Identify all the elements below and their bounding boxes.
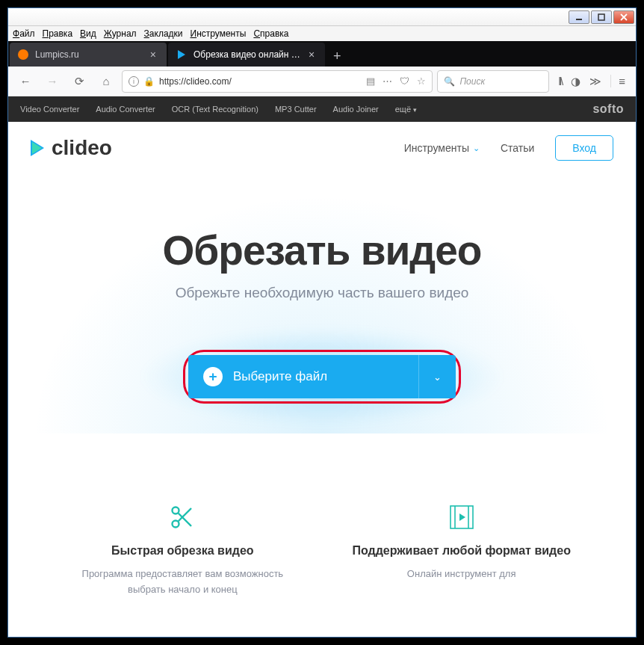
tracking-protection-icon[interactable]: 🛡 [400,75,409,87]
window-titlebar [8,8,636,26]
tab-title: Обрезка видео онлайн — Обр [193,49,306,60]
file-source-dropdown[interactable]: ⌄ [418,355,456,398]
softo-link-audio-converter[interactable]: Audio Converter [96,105,155,114]
login-button[interactable]: Вход [555,135,613,161]
tab-favicon-clideo [176,49,188,61]
svg-point-5 [173,521,179,528]
window-maximize-button[interactable] [591,10,612,24]
lock-icon: 🔒 [143,76,155,87]
softo-link-video-converter[interactable]: Video Converter [20,105,79,114]
nav-tools-dropdown[interactable]: Инструменты ⌄ [404,142,480,154]
softo-brand: softo [592,102,624,116]
sidebar-icon[interactable]: ≫ [589,75,601,88]
menu-history[interactable]: Журнал [104,28,137,39]
softo-link-mp3-cutter[interactable]: MP3 Cutter [275,105,317,114]
feature-text: Онлайн инструмент для [342,567,581,582]
menu-bookmarks[interactable]: Закладки [144,28,183,39]
tab-favicon-lumpics [17,49,29,61]
search-placeholder: Поиск [459,76,485,87]
bookmark-star-icon[interactable]: ☆ [417,75,426,87]
menu-view[interactable]: Вид [80,28,96,39]
hero-section: Обрезать видео Обрежьте необходимую част… [8,174,636,433]
play-format-icon [342,501,581,534]
browser-menubar: Файл Правка Вид Журнал Закладки Инструме… [8,26,636,41]
choose-file-label: Выберите файл [233,369,327,384]
address-bar[interactable]: i 🔒 https://clideo.com/ ▤ ⋯ 🛡 ☆ [122,70,433,93]
menu-edit[interactable]: Правка [43,28,73,39]
library-icon[interactable]: ll\ [558,75,562,87]
menu-file[interactable]: Файл [13,28,35,39]
navigation-toolbar: ← → ⟳ ⌂ i 🔒 https://clideo.com/ ▤ ⋯ 🛡 ☆ … [8,67,636,96]
svg-rect-1 [598,14,604,20]
feature-any-format: Поддерживает любой формат видео Онлайн и… [342,501,581,598]
back-button[interactable]: ← [14,70,37,93]
menu-help[interactable]: Справка [253,28,288,39]
home-button[interactable]: ⌂ [95,70,117,93]
logo-icon [31,140,44,156]
browser-tab-1[interactable]: Lumpics.ru × [10,43,167,67]
window-minimize-button[interactable] [569,10,589,24]
search-icon: 🔍 [444,76,455,87]
site-info-icon[interactable]: i [129,76,139,87]
reader-mode-icon[interactable]: ▤ [366,75,375,87]
site-header: clideo Инструменты ⌄ Статьи Вход [8,122,636,174]
tab-strip: Lumpics.ru × Обрезка видео онлайн — Обр … [8,41,636,67]
feature-text: Программа предоставляет вам возможность … [63,567,302,598]
logo-text: clideo [52,136,112,160]
page-content: clideo Инструменты ⌄ Статьи Вход Обрезат… [8,122,636,637]
feature-fast-cut: Быстрая обрезка видео Программа предоста… [63,501,302,598]
clideo-logo[interactable]: clideo [31,136,112,160]
chevron-down-icon: ▾ [413,106,417,114]
tab-title: Lumpics.ru [35,49,79,60]
window-close-button[interactable] [613,10,634,24]
highlight-annotation: + Выберите файл ⌄ [183,350,461,404]
feature-title: Быстрая обрезка видео [63,544,302,558]
softo-more[interactable]: ещё ▾ [395,105,417,114]
choose-file-button[interactable]: + Выберите файл ⌄ [188,355,456,398]
hero-subtitle: Обрежьте необходимую часть вашего видео [31,285,613,301]
menu-tools[interactable]: Инструменты [191,28,247,39]
feature-title: Поддерживает любой формат видео [342,544,581,558]
plus-icon: + [203,367,223,386]
chevron-down-icon: ⌄ [433,371,442,383]
forward-button: → [41,70,64,93]
page-actions-icon[interactable]: ⋯ [383,75,392,87]
menu-hamburger-icon[interactable]: ≡ [610,75,625,87]
features-row: Быстрая обрезка видео Программа предоста… [8,501,636,598]
softo-toolbar: Video Converter Audio Converter OCR (Tex… [8,96,636,122]
hero-title: Обрезать видео [31,226,613,274]
new-tab-button[interactable]: + [325,46,349,67]
nav-articles[interactable]: Статьи [501,142,534,154]
svg-marker-11 [459,513,465,521]
scissors-icon [63,501,302,534]
reload-button[interactable]: ⟳ [68,70,90,93]
tab-close-icon[interactable]: × [306,49,318,61]
softo-link-ocr[interactable]: OCR (Text Recognition) [172,105,258,114]
search-box[interactable]: 🔍 Поиск [437,70,549,93]
svg-point-4 [173,507,179,514]
chevron-down-icon: ⌄ [473,143,480,153]
tab-close-icon[interactable]: × [147,49,159,61]
extension-icon[interactable]: ◑ [571,75,580,88]
url-text: https://clideo.com/ [159,76,362,87]
softo-link-audio-joiner[interactable]: Audio Joiner [333,105,379,114]
browser-tab-2[interactable]: Обрезка видео онлайн — Обр × [168,43,325,67]
